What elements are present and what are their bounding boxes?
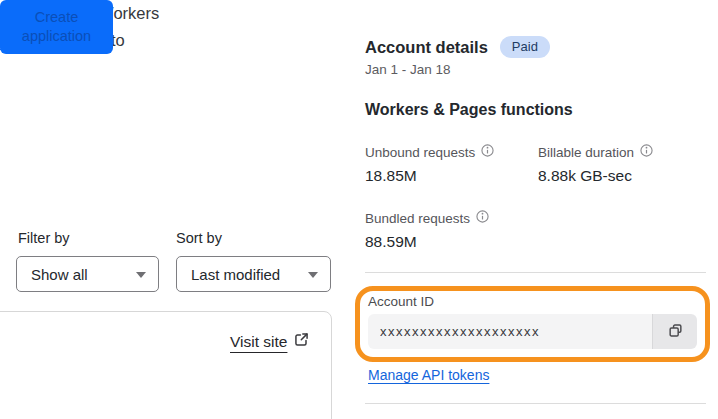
divider <box>365 403 706 404</box>
date-range: Jan 1 - Jan 18 <box>365 62 451 77</box>
account-details-title: Account details <box>365 38 488 57</box>
visit-site-row: Visit site <box>230 332 309 351</box>
metric-label-billable: Billable duration <box>538 144 653 160</box>
chevron-down-icon <box>136 272 146 278</box>
account-id-input[interactable] <box>368 314 652 349</box>
visit-site-link[interactable]: Visit site <box>230 333 287 351</box>
metric-value-bundled: 88.59M <box>365 233 417 251</box>
copy-account-id-button[interactable] <box>652 314 697 349</box>
account-id-field-group <box>368 314 697 349</box>
filter-dropdown-value: Show all <box>31 266 88 283</box>
metric-label-unbound: Unbound requests <box>365 144 494 160</box>
account-id-label: Account ID <box>368 294 434 309</box>
functions-section-title: Workers & Pages functions <box>365 101 573 119</box>
manage-api-tokens-link[interactable]: Manage API tokens <box>368 367 489 383</box>
workers-pages-overview: lications with Workers cumentationto Cre… <box>0 0 718 419</box>
account-details-header: Account details Paid <box>365 36 550 58</box>
metric-label-bundled: Bundled requests <box>365 210 489 226</box>
sort-dropdown[interactable]: Last modified <box>176 256 331 292</box>
plan-badge: Paid <box>500 36 550 58</box>
info-icon[interactable] <box>481 144 494 160</box>
metric-value-unbound: 18.85M <box>365 167 417 185</box>
sort-by-label: Sort by <box>176 230 222 246</box>
metric-value-billable: 8.88k GB-sec <box>538 167 632 185</box>
divider <box>365 272 706 273</box>
info-icon[interactable] <box>640 144 653 160</box>
filter-dropdown[interactable]: Show all <box>16 256 159 292</box>
project-card <box>0 311 332 419</box>
external-link-icon <box>294 332 309 351</box>
sort-dropdown-value: Last modified <box>191 266 280 283</box>
filter-by-label: Filter by <box>18 230 70 246</box>
chevron-down-icon <box>308 272 318 278</box>
copy-icon <box>667 322 684 342</box>
info-icon[interactable] <box>476 210 489 226</box>
create-application-button[interactable]: Create application <box>0 0 113 54</box>
